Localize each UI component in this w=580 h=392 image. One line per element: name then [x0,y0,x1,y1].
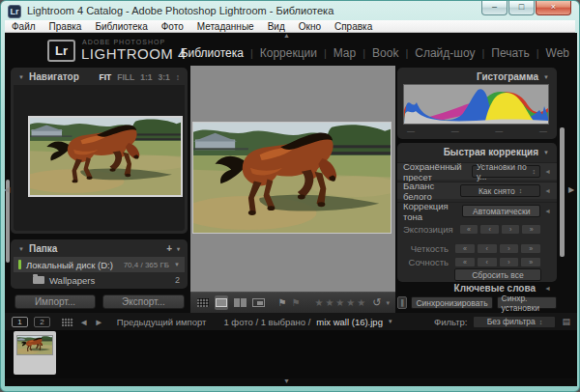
chevron-down-icon: ▼ [18,74,24,80]
filter-value: Без фильтра [487,317,536,326]
survey-view-button[interactable] [251,295,265,310]
menu-item-view[interactable]: Вид [261,21,292,32]
menu-item-metadata[interactable]: Метаданные [190,21,261,32]
filmstrip-collapse-arrow[interactable]: ▼ [283,378,290,384]
zoom-fill[interactable]: FILL [117,72,134,82]
flag-reject-icon[interactable]: ⚑ [291,297,300,308]
volume-row[interactable]: Локальный диск (D:) 70,4 / 365 ГБ ▼ [14,257,185,272]
histogram-header[interactable]: Гистограмма ▼ [397,68,557,84]
sync-settings-button[interactable]: Синхр. установки [497,296,557,309]
folder-icon [33,276,44,284]
zoom-1-1[interactable]: 1:1 [140,72,152,82]
left-panel-collapse-arrow[interactable]: ◀ [5,185,10,194]
filter-lock-icon[interactable]: ▤ [562,317,570,326]
module-library[interactable]: Библиотека [181,46,244,60]
folder-row[interactable]: Wallpapers 2 [14,272,185,288]
module-book[interactable]: Book [372,46,398,60]
zoom-3-1[interactable]: 3:1 [158,72,169,82]
minimize-button[interactable]: – [481,1,508,15]
export-button[interactable]: Экспорт... [102,294,185,309]
menu-item-photo[interactable]: Фото [155,21,190,32]
clarity-big-plus-button[interactable]: » [520,243,541,254]
panel-back-icon[interactable]: ◄ [544,187,551,194]
reset-all-button[interactable]: Сбросить все [454,268,541,281]
sync-toggle-icon[interactable]: ∥ [397,296,407,309]
sync-button[interactable]: Синхронизировать [411,296,492,309]
saved-preset-select[interactable]: Установки по у... ↕ [472,165,540,178]
chevron-down-icon[interactable]: ▼ [174,262,180,267]
menu-item-library[interactable]: Библиотека [88,21,154,32]
exposure-plus-button[interactable]: › [501,224,521,235]
import-button[interactable]: Импорт... [14,294,96,309]
filmstrip-filename[interactable]: mix wall (16).jpg [316,317,383,327]
vibrance-big-plus-button[interactable]: » [520,257,541,267]
menu-item-file[interactable]: Файл [5,21,43,32]
module-develop[interactable]: Коррекции [260,46,317,60]
module-web[interactable]: Web [546,46,569,60]
compare-view-button[interactable] [233,295,246,310]
vibrance-minus-button[interactable]: ‹ [477,257,498,267]
module-print[interactable]: Печать [491,46,529,60]
close-button[interactable]: × [536,1,571,15]
filmstrip-source[interactable]: Предыдущий импорт [117,317,207,327]
navigator-preview-image[interactable] [28,116,183,197]
clarity-big-minus-button[interactable]: « [454,243,476,254]
exposure-big-minus-button[interactable]: « [459,224,479,235]
loupe-view-button[interactable] [215,295,228,310]
toolbar-options-chevron-icon[interactable]: ▾ [386,299,390,307]
navigator-preview-area [14,85,185,231]
menu-item-window[interactable]: Окно [292,21,328,32]
main-window-button[interactable]: 1 [12,317,28,327]
zoom-fit[interactable]: FIT [99,72,111,82]
clarity-plus-button[interactable]: › [499,243,520,254]
module-slideshow[interactable]: Слайд-шоу [415,46,475,60]
keywords-header[interactable]: Ключевые слова ◄ [397,283,557,294]
white-balance-select[interactable]: Как снято ↕ [460,184,540,197]
clarity-minus-button[interactable]: ‹ [477,243,498,254]
navigator-title: Навигатор [29,71,79,82]
zoom-stepper-icon[interactable]: ↕ [176,72,180,82]
navigator-header[interactable]: ▼ Навигатор FIT FILL 1:1 3:1 ↕ [11,68,188,84]
thumbnail-selected[interactable] [14,331,56,375]
panel-back-icon[interactable]: ◄ [544,168,551,175]
rotate-icon[interactable]: ↺ [372,296,381,309]
module-map[interactable]: Map [334,46,356,60]
menu-item-edit[interactable]: Правка [43,21,89,32]
maximize-button[interactable]: □ [508,1,535,15]
main-photo[interactable] [192,122,392,234]
quick-develop-header[interactable]: Быстрая коррекция ▼ [397,143,557,159]
panel-back-icon[interactable]: ◄ [544,208,551,214]
second-window-button[interactable]: 2 [34,317,50,327]
back-arrow-icon[interactable]: ◄ [79,317,88,327]
navigator-panel: ▼ Навигатор FIT FILL 1:1 3:1 ↕ [11,68,188,234]
filename-chevron-icon[interactable]: ▾ [389,318,392,325]
right-panel-scrollbar[interactable] [560,127,565,257]
auto-tone-label: Автоматически [473,207,530,216]
grid-view-icon[interactable] [62,318,73,326]
chevron-down-icon: ▼ [18,246,24,252]
forward-arrow-icon[interactable]: ► [94,317,102,327]
flag-pick-icon[interactable]: ⚑ [278,297,287,308]
menu-item-help[interactable]: Справка [328,21,379,32]
module-separator: | [405,47,408,59]
auto-tone-button[interactable]: Автоматически [462,205,540,217]
exposure-label: Экспозиция [403,224,453,235]
folder-count: 2 [175,275,180,285]
grid-view-icon [197,298,209,307]
vibrance-big-minus-button[interactable]: « [454,257,476,267]
exposure-minus-button[interactable]: ‹ [479,224,500,235]
vibrance-plus-button[interactable]: › [499,257,520,267]
exposure-row: Экспозиция « ‹ › » [397,220,557,238]
exposure-big-plus-button[interactable]: » [521,224,541,235]
grid-view-button[interactable] [196,295,210,310]
filter-select[interactable]: Без фильтра ↕ [473,316,556,328]
minimize-icon: – [492,2,497,12]
histogram-chart[interactable] [403,84,549,125]
star-rating[interactable]: ★★★★★ [314,297,367,308]
survey-view-icon [252,298,265,307]
folders-header[interactable]: ▼ Папка + ▾ [11,239,188,256]
top-panel-collapse-arrow[interactable]: ▲ [283,33,290,39]
chevron-down-icon[interactable]: ▾ [177,245,180,252]
right-panel-collapse-arrow[interactable]: ▶ [568,185,574,194]
add-folder-button[interactable]: + [166,243,172,254]
